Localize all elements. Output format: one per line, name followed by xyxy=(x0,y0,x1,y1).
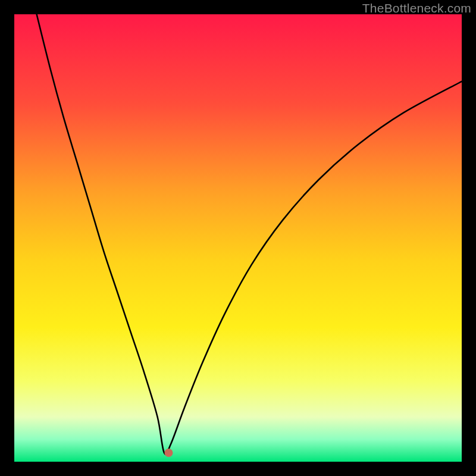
watermark-text: TheBottleneck.com xyxy=(362,1,471,15)
gradient-background xyxy=(14,14,462,462)
optimum-marker xyxy=(164,449,173,457)
bottleneck-chart xyxy=(14,14,462,462)
chart-frame xyxy=(14,14,462,462)
